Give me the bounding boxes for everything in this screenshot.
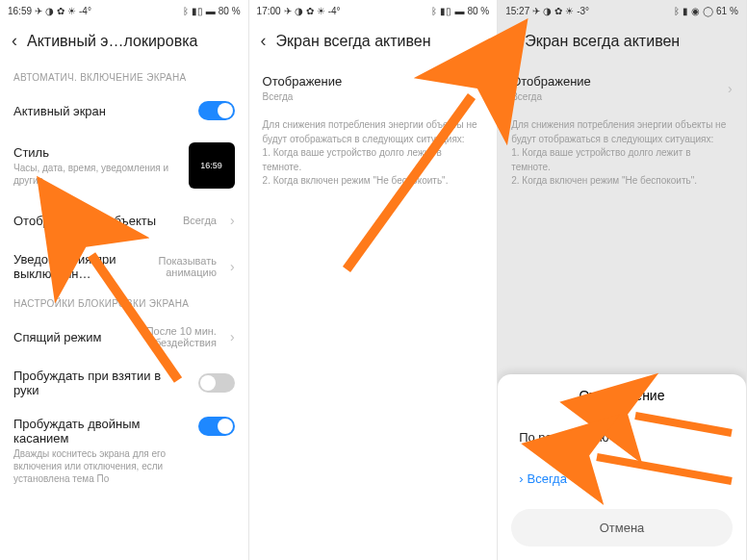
option-schedule[interactable]: По расписанию — [498, 417, 746, 458]
row-subtitle: Дважды коснитесь экрана для его включени… — [13, 447, 189, 485]
weather-icon: ☀ — [67, 6, 76, 16]
row-title: Пробуждать при взятии в руки — [13, 369, 189, 397]
section-label: АВТОМАТИЧ. ВКЛЮЧЕНИЕ ЭКРАНА — [0, 64, 248, 89]
row-title: Отображаемые объекты — [13, 214, 173, 228]
toggle-double-tap[interactable] — [198, 417, 235, 436]
back-icon[interactable]: ‹ — [509, 31, 515, 51]
chevron-right-icon: › — [230, 213, 235, 228]
row-value: Всегда — [263, 90, 466, 103]
row-subtitle: Часы, дата, время, уведомления и другие — [13, 162, 179, 187]
row-displayed-objects[interactable]: Отображаемые объекты Всегда › — [0, 198, 248, 242]
row-title: Спящий режим — [13, 330, 120, 344]
telegram-icon: ✈ — [532, 6, 540, 16]
status-time: 17:00 — [257, 6, 281, 16]
chevron-right-icon: › — [230, 259, 235, 274]
app-icon: ✿ — [554, 6, 562, 16]
battery-icon: ▬ — [206, 6, 216, 16]
row-value: Всегда — [183, 215, 217, 226]
help-text: Для снижения потребления энергии объекты… — [498, 113, 746, 198]
app-icon: ◑ — [45, 6, 54, 16]
battery-icon: ▬ — [454, 6, 464, 16]
row-title: Стиль — [13, 145, 179, 160]
check-icon: › — [519, 471, 523, 486]
page-title: Экран всегда активен — [525, 33, 734, 50]
app-icon: ✿ — [306, 6, 314, 16]
status-battery: 61 % — [716, 6, 738, 16]
status-temp: -3° — [577, 6, 589, 16]
sheet-title: Отображение — [498, 388, 746, 417]
bluetooth-icon: ᛒ — [674, 6, 680, 16]
battery-icon: ◯ — [703, 6, 713, 16]
status-battery: 80 % — [467, 6, 489, 16]
header: ‹ Экран всегда активен — [249, 21, 498, 64]
back-icon[interactable]: ‹ — [261, 31, 267, 51]
row-title: Уведомления при выключенн… — [13, 252, 120, 281]
panel-2: 17:00 ✈ ◑ ✿ ☀ -4° ᛒ ▮▯ ▬ 80 % ‹ Экран вс… — [249, 0, 499, 560]
style-thumbnail: 16:59 — [189, 142, 235, 189]
chevron-right-icon: › — [230, 329, 235, 344]
row-display[interactable]: Отображение Всегда › — [498, 64, 746, 113]
status-bar: 15:27 ✈ ◑ ✿ ☀ -3° ᛒ ▮ ◉ ◯ 61 % — [498, 0, 746, 21]
telegram-icon: ✈ — [284, 6, 292, 16]
toggle-raise[interactable] — [198, 373, 235, 393]
help-text: Для снижения потребления энергии объекты… — [249, 113, 498, 198]
row-title: Отображение — [263, 74, 466, 89]
row-raise-to-wake[interactable]: Пробуждать при взятии в руки — [0, 359, 248, 407]
section-label: НАСТРОЙКИ БЛОКИРОВКИ ЭКРАНА — [0, 291, 248, 315]
weather-icon: ☀ — [565, 6, 574, 16]
chevron-right-icon: › — [479, 81, 484, 96]
back-icon[interactable]: ‹ — [12, 31, 17, 51]
signal-icon: ▮▯ — [192, 6, 203, 16]
status-temp: -4° — [79, 6, 91, 16]
signal-icon: ▮▯ — [440, 6, 451, 16]
row-value: Всегда — [511, 90, 714, 103]
row-value: Показывать анимацию — [130, 255, 217, 278]
signal-icon: ▮ — [683, 6, 688, 16]
bluetooth-icon: ᛒ — [431, 6, 437, 16]
row-notifications[interactable]: Уведомления при выключенн… Показывать ан… — [0, 242, 248, 291]
wifi-icon: ◉ — [691, 6, 700, 16]
bottom-sheet: Отображение По расписанию ›Всегда Отмена — [498, 374, 746, 560]
app-icon: ◑ — [295, 6, 303, 16]
row-value: После 10 мин. бездействия — [130, 325, 217, 348]
row-title: Пробуждать двойным касанием — [13, 417, 189, 445]
weather-icon: ☀ — [317, 6, 325, 16]
row-sleep-mode[interactable]: Спящий режим После 10 мин. бездействия › — [0, 315, 248, 359]
row-display[interactable]: Отображение Всегда › — [249, 64, 498, 113]
row-title: Активный экран — [13, 104, 189, 118]
cancel-button[interactable]: Отмена — [511, 509, 733, 547]
option-always[interactable]: ›Всегда — [498, 458, 746, 499]
app-icon: ◑ — [543, 6, 552, 16]
header: ‹ Активный э…локировка — [0, 21, 248, 64]
bluetooth-icon: ᛒ — [183, 6, 189, 16]
status-bar: 17:00 ✈ ◑ ✿ ☀ -4° ᛒ ▮▯ ▬ 80 % — [249, 0, 498, 21]
status-bar: 16:59 ✈ ◑ ✿ ☀ -4° ᛒ ▮▯ ▬ 80 % — [0, 0, 248, 21]
row-active-screen[interactable]: Активный экран — [0, 89, 248, 133]
status-temp: -4° — [328, 6, 341, 16]
telegram-icon: ✈ — [35, 6, 42, 16]
app-icon: ✿ — [57, 6, 64, 16]
status-time: 16:59 — [8, 6, 32, 16]
panel-1: 16:59 ✈ ◑ ✿ ☀ -4° ᛒ ▮▯ ▬ 80 % ‹ Активный… — [0, 0, 249, 560]
toggle-active-screen[interactable] — [198, 101, 235, 120]
status-time: 15:27 — [505, 6, 529, 16]
panel-3: 15:27 ✈ ◑ ✿ ☀ -3° ᛒ ▮ ◉ ◯ 61 % ‹ Экран в… — [498, 0, 747, 560]
page-title: Экран всегда активен — [276, 33, 486, 50]
status-battery: 80 % — [219, 6, 241, 16]
row-double-tap[interactable]: Пробуждать двойным касанием Дважды косни… — [0, 407, 248, 489]
row-title: Отображение — [511, 74, 714, 89]
row-style[interactable]: Стиль Часы, дата, время, уведомления и д… — [0, 133, 248, 198]
header: ‹ Экран всегда активен — [498, 21, 746, 64]
chevron-right-icon: › — [728, 81, 733, 96]
page-title: Активный э…локировка — [27, 33, 237, 50]
